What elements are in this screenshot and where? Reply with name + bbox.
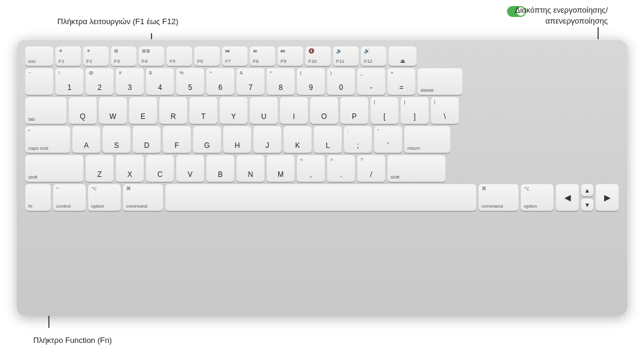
key-0[interactable]: ) 0 <box>327 68 355 95</box>
key-f8[interactable]: ⏯ F8 <box>250 46 275 66</box>
arrow-col-ud: ▲ ▼ <box>581 184 593 211</box>
key-w[interactable]: W <box>99 97 127 124</box>
label-top-right: Διακόπτης ενεργοποίησης/ απενεργοποίησης <box>515 5 608 27</box>
key-2[interactable]: @ 2 <box>86 68 113 95</box>
key-command-right[interactable]: ⌘ command <box>479 184 518 211</box>
key-f7[interactable]: ⏮ F7 <box>222 46 247 66</box>
key-arrow-down[interactable]: ▼ <box>581 199 593 211</box>
key-4[interactable]: $ 4 <box>146 68 174 95</box>
row-f: esc ☀ F1 ☀ F2 ⊞ F3 ⊞⊞ F4 <box>25 46 619 66</box>
key-e[interactable]: E <box>129 97 157 124</box>
key-j[interactable]: J <box>253 126 281 153</box>
key-eject[interactable]: ⏏ <box>389 46 416 66</box>
key-f[interactable]: F <box>163 126 191 153</box>
key-f1[interactable]: ☀ F1 <box>56 46 81 66</box>
page-container: Διακόπτης ενεργοποίησης/ απενεργοποίησης… <box>0 0 644 358</box>
key-z[interactable]: Z <box>86 155 113 182</box>
key-f2[interactable]: ☀ F2 <box>83 46 109 66</box>
row-bottom: fn ^ control ⌥ option ⌘ command ⌘ comma <box>25 184 619 211</box>
key-rows: esc ☀ F1 ☀ F2 ⊞ F3 ⊞⊞ F4 <box>25 46 619 211</box>
key-1[interactable]: ! 1 <box>56 68 83 95</box>
key-f10[interactable]: 🔇 F10 <box>305 46 331 66</box>
key-bracket-l[interactable]: { [ <box>371 97 398 124</box>
key-o[interactable]: O <box>310 97 338 124</box>
row-num: ~ ` ! 1 @ 2 # 3 $ 4 <box>25 68 619 95</box>
key-a[interactable]: A <box>72 126 100 153</box>
key-n[interactable]: N <box>237 155 264 182</box>
key-backslash[interactable]: | \ <box>431 97 459 124</box>
key-f3[interactable]: ⊞ F3 <box>111 46 136 66</box>
key-option-right[interactable]: ⌥ option <box>521 184 553 211</box>
key-caps-lock[interactable]: • caps lock <box>25 126 70 153</box>
key-f12[interactable]: 🔊 F12 <box>361 46 386 66</box>
key-minus[interactable]: _ - <box>357 68 385 95</box>
key-quote[interactable]: " ' <box>374 126 402 153</box>
key-shift-right[interactable]: shift <box>387 155 445 182</box>
key-p[interactable]: P <box>340 97 368 124</box>
key-arrow-left[interactable]: ◀ <box>556 184 579 211</box>
label-bottom-left: Πλήκτρο Function (Fn) <box>33 336 112 345</box>
keyboard: esc ☀ F1 ☀ F2 ⊞ F3 ⊞⊞ F4 <box>17 39 627 316</box>
key-f11[interactable]: 🔉 F11 <box>333 46 359 66</box>
key-t[interactable]: T <box>190 97 217 124</box>
key-k[interactable]: K <box>284 126 311 153</box>
key-command-left[interactable]: ⌘ command <box>123 184 163 211</box>
key-6[interactable]: ^ 6 <box>206 68 234 95</box>
key-fn[interactable]: fn <box>25 184 51 211</box>
key-shift-left[interactable]: shift <box>25 155 83 182</box>
key-v[interactable]: V <box>176 155 204 182</box>
key-f4[interactable]: ⊞⊞ F4 <box>139 46 164 66</box>
key-b[interactable]: B <box>206 155 234 182</box>
key-9[interactable]: ( 9 <box>297 68 325 95</box>
key-comma[interactable]: < , <box>297 155 325 182</box>
key-8[interactable]: * 8 <box>267 68 295 95</box>
key-control[interactable]: ^ control <box>53 184 86 211</box>
key-tab[interactable]: tab <box>25 97 66 124</box>
key-arrow-up[interactable]: ▲ <box>581 184 593 196</box>
label-top-left: Πλήκτρα λειτουργιών (F1 έως F12) <box>57 17 178 26</box>
key-5[interactable]: % 5 <box>176 68 204 95</box>
key-g[interactable]: G <box>193 126 221 153</box>
key-h[interactable]: H <box>223 126 251 153</box>
key-u[interactable]: U <box>250 97 278 124</box>
row-a: • caps lock A S D F G H J K L : ; " ' <box>25 126 619 153</box>
key-semicolon[interactable]: : ; <box>344 126 372 153</box>
key-r[interactable]: R <box>159 97 187 124</box>
key-q[interactable]: Q <box>69 97 97 124</box>
key-equal[interactable]: + = <box>387 68 415 95</box>
key-bracket-r[interactable]: } ] <box>401 97 429 124</box>
key-option-left[interactable]: ⌥ option <box>88 184 121 211</box>
key-i[interactable]: I <box>280 97 308 124</box>
key-3[interactable]: # 3 <box>116 68 144 95</box>
key-slash[interactable]: ? / <box>357 155 385 182</box>
key-space[interactable] <box>165 184 476 211</box>
key-return[interactable]: return <box>404 126 450 153</box>
key-d[interactable]: D <box>133 126 161 153</box>
key-y[interactable]: Y <box>220 97 247 124</box>
key-l[interactable]: L <box>314 126 342 153</box>
key-delete[interactable]: delete <box>418 68 462 95</box>
key-f5[interactable]: F5 <box>167 46 192 66</box>
key-x[interactable]: X <box>116 155 144 182</box>
key-arrow-right[interactable]: ▶ <box>596 184 619 211</box>
row-z: shift Z X C V B N M < , > . ? <box>25 155 619 182</box>
key-period[interactable]: > . <box>327 155 355 182</box>
key-esc[interactable]: esc <box>25 46 53 66</box>
key-f9[interactable]: ⏭ F9 <box>278 46 303 66</box>
key-c[interactable]: C <box>146 155 174 182</box>
key-s[interactable]: S <box>103 126 130 153</box>
key-f6[interactable]: F6 <box>194 46 220 66</box>
row-q: tab Q W E R T Y U I O P { [ } ] <box>25 97 619 124</box>
key-m[interactable]: M <box>267 155 295 182</box>
key-backtick[interactable]: ~ ` <box>25 68 53 95</box>
key-7[interactable]: & 7 <box>237 68 264 95</box>
